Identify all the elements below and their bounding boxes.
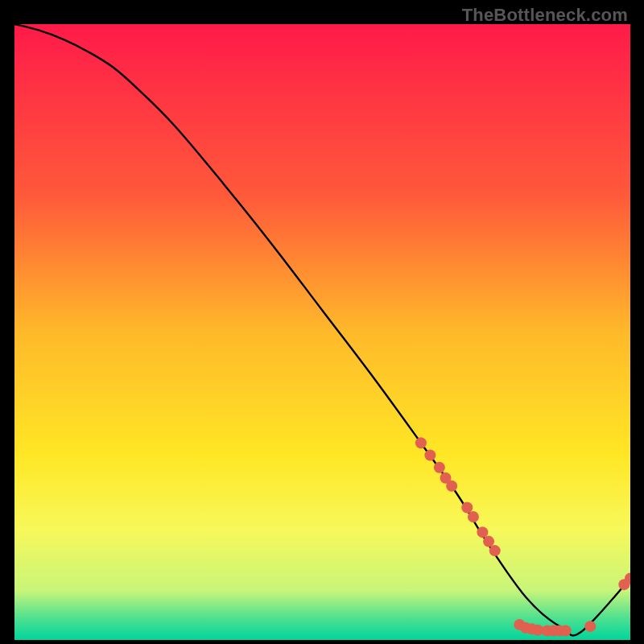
data-point bbox=[446, 481, 457, 492]
chart-frame bbox=[14, 24, 630, 640]
data-point bbox=[434, 462, 445, 473]
data-point bbox=[477, 526, 488, 538]
data-point bbox=[584, 621, 596, 632]
data-point bbox=[483, 536, 494, 547]
watermark-text: TheBottleneck.com bbox=[462, 5, 628, 26]
data-point bbox=[489, 545, 501, 556]
data-point bbox=[468, 511, 479, 522]
data-point bbox=[461, 502, 473, 514]
data-point bbox=[560, 625, 572, 637]
data-point bbox=[415, 437, 427, 448]
data-point bbox=[424, 450, 436, 461]
chart-background bbox=[14, 24, 630, 640]
bottleneck-chart bbox=[14, 24, 630, 640]
